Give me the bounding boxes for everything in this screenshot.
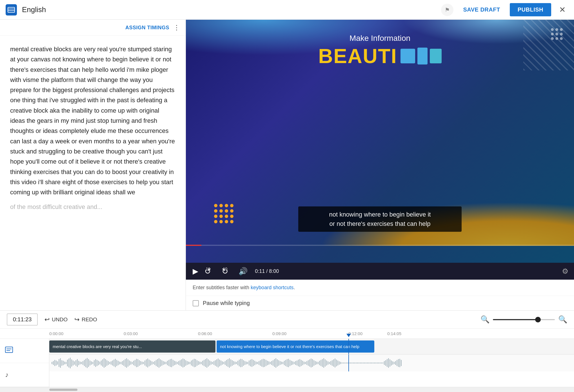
waveform-bar <box>63 361 64 365</box>
undo-icon: ↩ <box>45 316 50 323</box>
waveform-bar <box>53 361 54 365</box>
transcript-panel: ASSIGN TIMINGS ⋮ mental creative blocks … <box>0 20 186 310</box>
rewind-button[interactable]: ↺10 <box>203 266 217 277</box>
waveform-bar <box>394 362 395 364</box>
waveform-bar <box>401 360 402 366</box>
keyboard-shortcuts-link[interactable]: keyboard shortcuts <box>251 285 293 290</box>
play-button[interactable]: ▶ <box>192 266 199 277</box>
waveform-bar <box>209 360 210 366</box>
waveform-bar <box>205 359 206 367</box>
more-options-button[interactable]: ⋮ <box>173 24 180 32</box>
flag-button[interactable]: ⚑ <box>441 4 453 16</box>
waveform-bar <box>398 359 399 367</box>
video-progress-bar-container[interactable] <box>186 245 574 246</box>
waveform-bar <box>243 360 244 366</box>
settings-button[interactable]: ⚙ <box>562 267 568 276</box>
keyboard-hint-text-before: Enter subtitles faster with <box>193 285 251 290</box>
zoom-out-button[interactable]: 🔍 <box>480 315 490 324</box>
waveform-bar <box>52 362 52 364</box>
waveform-bar <box>64 362 65 364</box>
waveform-bar <box>308 360 309 366</box>
waveform-bar <box>239 360 240 366</box>
waveform-bar <box>382 362 383 364</box>
video-player[interactable]: Make Information BEAUTI <box>186 20 574 263</box>
transcript-content[interactable]: mental creative blocks are very real you… <box>0 36 186 310</box>
waveform-bar <box>391 360 392 366</box>
waveform-bar <box>156 360 157 366</box>
ruler-mark-3: 0:09:00 <box>272 331 286 336</box>
waveform-bar <box>118 361 119 365</box>
subtitle-track[interactable]: mental creative blocks are very real you… <box>49 339 574 355</box>
waveform-bar <box>202 361 203 365</box>
page-title: English <box>22 5 441 14</box>
video-progress-fill <box>186 245 201 246</box>
waveform-bar <box>328 361 328 365</box>
waveform-bar <box>268 361 269 365</box>
waveform-bar <box>298 360 299 366</box>
waveform-bar <box>387 359 388 367</box>
waveform-bar <box>80 362 81 364</box>
waveform-bar <box>106 360 107 366</box>
waveform-bar <box>126 358 127 368</box>
waveform-bar <box>164 362 165 364</box>
waveform-bar <box>167 361 168 365</box>
waveform-bar <box>360 362 361 364</box>
beauti-block-3 <box>430 49 442 63</box>
waveform-bar <box>197 360 197 366</box>
waveform-bar <box>329 362 330 364</box>
waveform-bar <box>57 361 58 365</box>
waveform-bar <box>252 359 252 367</box>
undo-button[interactable]: ↩ UNDO <box>45 316 68 323</box>
waveform-bar <box>95 359 96 367</box>
video-controls-bar: ▶ ↺10 ↻10 🔊 0:11 / 8:00 ⚙ <box>186 263 574 280</box>
waveform-bar <box>225 361 226 365</box>
waveform-bar <box>259 361 259 365</box>
waveform-bar <box>275 358 276 368</box>
subtitle-segment-1-text: mental creative blocks are very real you… <box>53 344 142 349</box>
undo-label: UNDO <box>52 317 68 323</box>
zoom-in-button[interactable]: 🔍 <box>558 315 567 324</box>
ruler-mark-2: 0:06:00 <box>198 331 212 336</box>
waveform-bar <box>150 360 151 366</box>
horizontal-scrollbar[interactable] <box>49 389 77 391</box>
waveform-bar <box>337 360 338 366</box>
audio-track <box>49 355 574 371</box>
forward-button[interactable]: ↻10 <box>221 266 234 277</box>
waveform-bar <box>114 360 114 366</box>
waveform-bar <box>336 360 337 366</box>
waveform-bar <box>270 362 271 364</box>
waveform-bar <box>273 360 273 366</box>
waveform-bar <box>218 358 219 368</box>
timeline-time-display: 0:11:23 <box>7 313 38 326</box>
waveform-bar <box>261 359 262 367</box>
pause-while-typing-section: Pause while typing <box>186 296 574 310</box>
pause-while-typing-checkbox[interactable] <box>193 300 199 306</box>
waveform-bar <box>129 360 130 366</box>
zoom-slider[interactable] <box>493 319 555 320</box>
tracks-content: mental creative blocks are very real you… <box>49 339 574 387</box>
waveform-bar <box>319 361 320 365</box>
assign-timings-button[interactable]: ASSIGN TIMINGS <box>125 25 169 31</box>
subtitle-track-icon <box>5 347 13 355</box>
waveform-bar <box>315 361 316 365</box>
subtitle-segment-2[interactable]: not knowing where to begin believe it or… <box>217 340 374 353</box>
waveform-bar <box>166 362 166 364</box>
waveform-bar <box>140 361 141 365</box>
waveform-bar <box>321 360 321 366</box>
waveform-bar <box>354 362 355 364</box>
publish-button[interactable]: PUBLISH <box>510 3 551 16</box>
waveform-bar <box>253 360 254 366</box>
keyboard-hint-period: . <box>293 285 295 290</box>
track-labels: ♪ <box>0 339 49 387</box>
audio-waveform <box>49 357 574 369</box>
waveform-bar <box>363 362 364 364</box>
subtitle-segment-1[interactable]: mental creative blocks are very real you… <box>49 340 215 353</box>
main-content: ASSIGN TIMINGS ⋮ mental creative blocks … <box>0 20 574 310</box>
waveform-bar <box>195 359 196 367</box>
redo-button[interactable]: ↪ REDO <box>74 316 97 323</box>
waveform-bar <box>221 360 221 366</box>
close-button[interactable]: ✕ <box>556 4 568 15</box>
save-draft-button[interactable]: SAVE DRAFT <box>459 4 504 15</box>
transcript-toolbar: ASSIGN TIMINGS ⋮ <box>0 20 186 36</box>
volume-button[interactable]: 🔊 <box>237 266 249 277</box>
